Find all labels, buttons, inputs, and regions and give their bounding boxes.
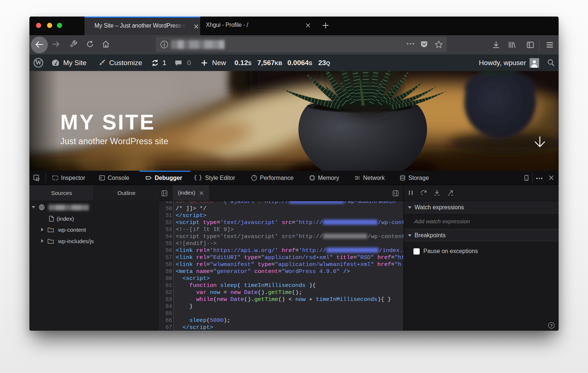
svg-text:W: W [35, 59, 42, 66]
svg-text:?: ? [550, 323, 553, 328]
